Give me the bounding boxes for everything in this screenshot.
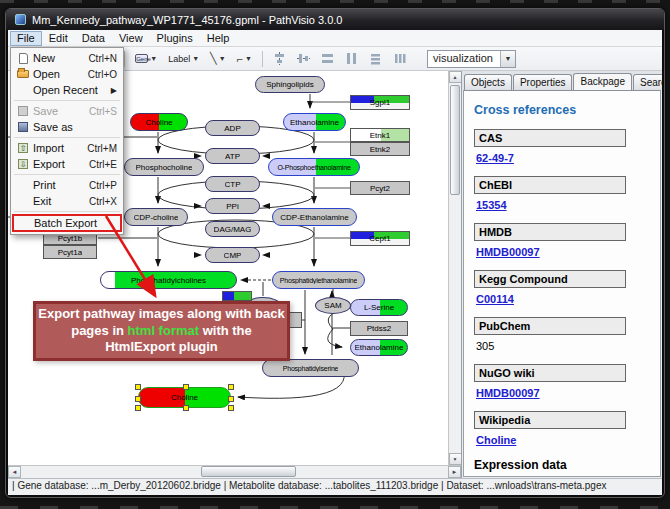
selection-handle[interactable]: [183, 384, 189, 390]
menu-help[interactable]: Help: [200, 31, 237, 46]
line-icon: ╲: [210, 52, 217, 65]
node-cdp-ethanolamine[interactable]: CDP-Ethanolamine: [272, 208, 357, 226]
stack-horizontal-button[interactable]: [389, 49, 410, 68]
file-menu-dropdown: New Ctrl+N Open Ctrl+O Open Recent ▶ Sav…: [10, 47, 124, 235]
node-dag-mag[interactable]: DAG/MAG: [205, 221, 260, 237]
expression-data-heading: Expression data: [474, 458, 650, 472]
node-choline-selected[interactable]: Choline: [138, 387, 231, 408]
stack-vertical-button[interactable]: [365, 49, 386, 68]
xref-link[interactable]: 62-49-7: [476, 152, 514, 164]
xref-link[interactable]: HMDB00097: [476, 387, 540, 399]
common-width-button[interactable]: [317, 49, 338, 68]
selection-handle[interactable]: [228, 396, 234, 402]
node-etnk2[interactable]: Etnk2: [350, 142, 410, 156]
node-o-phosphoethanolamine[interactable]: O-Phosphoethanolamine: [268, 158, 360, 176]
node-cept1[interactable]: Cept1: [350, 231, 410, 246]
tab-properties[interactable]: Properties: [513, 74, 573, 90]
menu-file[interactable]: File: [10, 31, 42, 46]
menu-bar: File Edit Data View Plugins Help: [8, 30, 662, 47]
menu-separator: [14, 100, 120, 101]
menu-edit[interactable]: Edit: [42, 31, 75, 46]
tab-search[interactable]: Search: [633, 74, 662, 90]
node-ctp[interactable]: CTP: [205, 176, 260, 192]
node-phosphatidylethanolamine[interactable]: Phosphatidylethanolamine: [272, 271, 365, 289]
cross-references-heading: Cross references: [474, 103, 650, 117]
node-ptdss2[interactable]: Ptdss2: [350, 321, 408, 336]
node-etnk1[interactable]: Etnk1: [350, 128, 410, 142]
selection-handle[interactable]: [183, 405, 189, 411]
selection-handle[interactable]: [135, 384, 141, 390]
selection-handle[interactable]: [135, 405, 141, 411]
menu-data[interactable]: Data: [75, 31, 112, 46]
scroll-right-icon[interactable]: ►: [448, 466, 461, 478]
canvas-horizontal-scrollbar[interactable]: ◄ ►: [8, 465, 461, 478]
add-connector-button[interactable]: ⌐ ▼: [233, 49, 256, 68]
node-phosphatidylcholines[interactable]: Phosphatidylcholines: [100, 271, 237, 289]
file-menu-new[interactable]: New Ctrl+N: [11, 50, 123, 66]
node-l-serine[interactable]: L-Serine: [350, 299, 408, 316]
align-center-y-icon: [297, 52, 310, 65]
xref-source-name: CAS: [474, 129, 626, 147]
scroll-left-icon[interactable]: ◄: [8, 466, 21, 478]
tab-objects[interactable]: Objects: [464, 74, 512, 90]
node-ethanolamine-top[interactable]: Ethanolamine: [283, 113, 346, 131]
horizontal-scroll-track[interactable]: [21, 466, 448, 478]
node-phosphatidylserine[interactable]: Phosphatidylserine: [262, 359, 359, 377]
file-menu-export[interactable]: ⇩ Export Ctrl+E: [11, 156, 123, 172]
file-menu-batch-export[interactable]: Batch Export: [12, 214, 122, 232]
menu-plugins[interactable]: Plugins: [150, 31, 200, 46]
node-phosphocholine[interactable]: Phosphocholine: [124, 158, 204, 176]
node-atp[interactable]: ATP: [205, 148, 260, 164]
import-icon: ⇧: [15, 143, 31, 153]
align-center-y-button[interactable]: [293, 49, 314, 68]
selection-handle[interactable]: [135, 396, 141, 402]
xref-link[interactable]: 15354: [476, 199, 507, 211]
file-menu-exit[interactable]: Exit Ctrl+X: [11, 193, 123, 209]
screenshot-background: Mm_Kennedy_pathway_WP1771_45176.gpml - P…: [0, 0, 670, 509]
align-center-x-button[interactable]: [269, 49, 290, 68]
node-label: ATP: [225, 152, 240, 161]
add-datanode-button[interactable]: Gene ▼: [131, 49, 161, 68]
add-label-button[interactable]: Label ▼: [164, 49, 203, 68]
common-height-button[interactable]: [341, 49, 362, 68]
menu-view[interactable]: View: [112, 31, 150, 46]
menu-separator: [14, 211, 120, 212]
xref-link[interactable]: Choline: [476, 434, 516, 446]
add-line-button[interactable]: ╲ ▼: [206, 49, 230, 68]
file-menu-print[interactable]: Print Ctrl+P: [11, 177, 123, 193]
selection-handle[interactable]: [228, 405, 234, 411]
selection-handle[interactable]: [228, 384, 234, 390]
node-label: Phosphatidylethanolamine: [280, 277, 357, 284]
node-pemt[interactable]: [222, 291, 252, 301]
node-choline-top[interactable]: Choline: [130, 113, 188, 131]
file-menu-save-as[interactable]: Save as: [11, 119, 123, 135]
visualization-combobox[interactable]: visualization ▼: [427, 50, 516, 68]
node-sam[interactable]: SAM: [315, 297, 351, 314]
node-pcyt1a[interactable]: Pcyt1a: [43, 245, 97, 259]
file-menu-import[interactable]: ⇧ Import Ctrl+M: [11, 140, 123, 156]
xref-section-chebi: ChEBI 15354: [474, 176, 650, 213]
node-label: CDP-choline: [134, 213, 179, 222]
file-menu-open[interactable]: Open Ctrl+O: [11, 66, 123, 82]
node-label: SAM: [324, 301, 341, 310]
xref-source-name: PubChem: [474, 317, 626, 335]
horizontal-scroll-thumb[interactable]: [201, 466, 296, 477]
xref-link[interactable]: C00114: [476, 293, 514, 305]
title-bar[interactable]: Mm_Kennedy_pathway_WP1771_45176.gpml - P…: [6, 9, 664, 30]
file-menu-open-recent[interactable]: Open Recent ▶: [11, 82, 123, 98]
node-sgpl1[interactable]: Sgpl1: [350, 95, 410, 110]
xref-link[interactable]: HMDB00097: [476, 246, 540, 258]
xref-section-pubchem: PubChem 305: [474, 317, 650, 354]
node-label: PPi: [226, 202, 238, 211]
node-cmp[interactable]: CMP: [205, 247, 260, 263]
node-pcyt2[interactable]: Pcyt2: [350, 181, 410, 195]
tab-backpage[interactable]: Backpage: [573, 73, 631, 90]
node-ppi[interactable]: PPi: [205, 198, 260, 214]
node-adp[interactable]: ADP: [205, 120, 260, 136]
node-ethanolamine-bottom[interactable]: Ethanolamine: [350, 339, 408, 356]
toolbar-separator: [124, 51, 125, 67]
node-cdp-choline[interactable]: CDP-choline: [124, 208, 188, 226]
node-label: Etnk2: [370, 145, 390, 154]
visualization-dropdown-arrow-icon[interactable]: ▼: [500, 51, 515, 67]
node-sphingolipids[interactable]: Sphingolipids: [255, 76, 325, 93]
